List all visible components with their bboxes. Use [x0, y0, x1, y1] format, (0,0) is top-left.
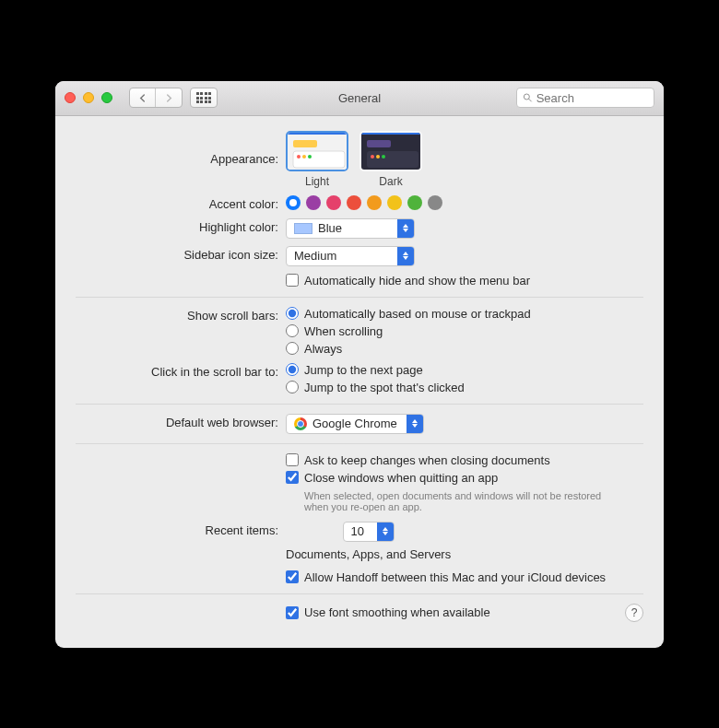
svg-point-7	[302, 155, 306, 159]
preferences-window: General Appearance:	[55, 81, 664, 648]
help-button[interactable]: ?	[625, 604, 643, 622]
recent-items-suffix: Documents, Apps, and Servers	[286, 547, 451, 561]
appearance-dark[interactable]: Dark	[360, 131, 422, 188]
accent-color-4[interactable]	[367, 195, 382, 210]
scrollbars-group: Automatically based on mouse or trackpad…	[286, 307, 531, 356]
close-windows-checkbox[interactable]: Close windows when quitting an app	[286, 471, 608, 485]
accent-label: Accent color:	[76, 195, 286, 211]
search-icon	[523, 92, 533, 103]
recent-items-select[interactable]: 10	[343, 522, 395, 542]
search-input[interactable]	[536, 91, 648, 105]
accent-color-5[interactable]	[387, 195, 402, 210]
click-scrollbar-group: Jump to the next page Jump to the spot t…	[286, 363, 465, 394]
font-smoothing-label: Use font smoothing when available	[304, 605, 490, 619]
svg-rect-5	[293, 151, 345, 168]
divider	[76, 443, 643, 444]
close-windows-label: Close windows when quitting an app	[304, 471, 498, 485]
back-forward-segment	[129, 88, 183, 108]
svg-rect-4	[293, 140, 317, 147]
sidebar-size-label: Sidebar icon size:	[76, 246, 286, 262]
ask-changes-label: Ask to keep changes when closing documen…	[304, 453, 550, 467]
recent-items-label: Recent items:	[76, 522, 286, 537]
auto-hide-menubar-checkbox[interactable]: Automatically hide and show the menu bar	[286, 274, 530, 288]
highlight-color-select[interactable]: Blue	[286, 218, 415, 239]
appearance-options: Light Dark	[286, 131, 422, 188]
sidebar-size-value: Medium	[294, 249, 336, 263]
accent-color-6[interactable]	[407, 195, 422, 210]
recent-items-value: 10	[351, 524, 364, 538]
zoom-icon[interactable]	[101, 92, 112, 103]
svg-point-14	[376, 155, 380, 159]
appearance-light-label: Light	[305, 175, 329, 188]
handoff-label: Allow Handoff between this Mac and your …	[304, 570, 606, 584]
sidebar-size-select[interactable]: Medium	[286, 246, 415, 266]
accent-color-0[interactable]	[286, 195, 301, 210]
traffic-lights	[65, 92, 112, 103]
light-preview-icon	[288, 131, 347, 171]
handoff-checkbox[interactable]: Allow Handoff between this Mac and your …	[286, 570, 606, 584]
click-scrollbar-label: Click in the scroll bar to:	[76, 363, 286, 379]
grid-icon	[196, 92, 212, 103]
svg-line-1	[529, 99, 532, 101]
svg-point-15	[382, 155, 385, 159]
auto-hide-menubar-label: Automatically hide and show the menu bar	[304, 274, 530, 288]
close-windows-hint: When selected, open documents and window…	[304, 490, 608, 512]
ask-changes-checkbox[interactable]: Ask to keep changes when closing documen…	[286, 453, 608, 467]
forward-button[interactable]	[156, 88, 182, 107]
scrollbars-always[interactable]: Always	[286, 342, 531, 356]
stepper-arrows-icon	[377, 523, 394, 541]
accent-color-3[interactable]	[347, 195, 361, 210]
scrollbars-when-scrolling[interactable]: When scrolling	[286, 324, 531, 338]
divider	[76, 404, 643, 405]
content-pane: Appearance: Light	[55, 116, 664, 648]
click-scrollbar-spot[interactable]: Jump to the spot that's clicked	[286, 381, 465, 394]
highlight-label: Highlight color:	[76, 218, 286, 234]
dark-preview-icon	[361, 131, 420, 171]
highlight-swatch-icon	[294, 223, 312, 234]
accent-color-2[interactable]	[326, 195, 341, 210]
svg-rect-11	[367, 140, 391, 147]
minimize-icon[interactable]	[83, 92, 94, 103]
accent-color-1[interactable]	[306, 195, 321, 210]
titlebar: General	[55, 81, 664, 116]
svg-rect-12	[367, 151, 418, 168]
svg-point-6	[297, 155, 301, 159]
scrollbars-label: Show scroll bars:	[76, 307, 286, 323]
svg-rect-3	[288, 131, 347, 135]
scrollbars-auto[interactable]: Automatically based on mouse or trackpad	[286, 307, 531, 321]
chrome-icon	[294, 417, 307, 430]
svg-rect-10	[361, 131, 420, 135]
svg-point-8	[308, 155, 312, 159]
stepper-arrows-icon	[397, 247, 414, 265]
accent-color-7[interactable]	[428, 195, 442, 210]
divider	[76, 297, 643, 298]
close-icon[interactable]	[65, 92, 76, 103]
appearance-light[interactable]: Light	[286, 131, 348, 188]
search-field[interactable]	[516, 88, 654, 108]
appearance-label: Appearance:	[76, 150, 286, 188]
stepper-arrows-icon	[407, 415, 423, 433]
default-browser-label: Default web browser:	[76, 414, 286, 429]
default-browser-select[interactable]: Google Chrome	[286, 414, 424, 434]
divider	[76, 593, 643, 594]
appearance-dark-label: Dark	[379, 175, 402, 188]
auto-hide-menubar-input[interactable]	[286, 274, 299, 287]
accent-color-picker	[286, 195, 442, 210]
nav-buttons	[129, 88, 218, 108]
click-scrollbar-next-page[interactable]: Jump to the next page	[286, 363, 465, 377]
stepper-arrows-icon	[397, 219, 414, 238]
highlight-value: Blue	[318, 221, 342, 235]
default-browser-value: Google Chrome	[312, 417, 397, 430]
svg-point-13	[371, 155, 374, 159]
back-button[interactable]	[130, 88, 156, 107]
show-all-button[interactable]	[190, 88, 218, 108]
font-smoothing-checkbox[interactable]: Use font smoothing when available	[286, 605, 625, 619]
